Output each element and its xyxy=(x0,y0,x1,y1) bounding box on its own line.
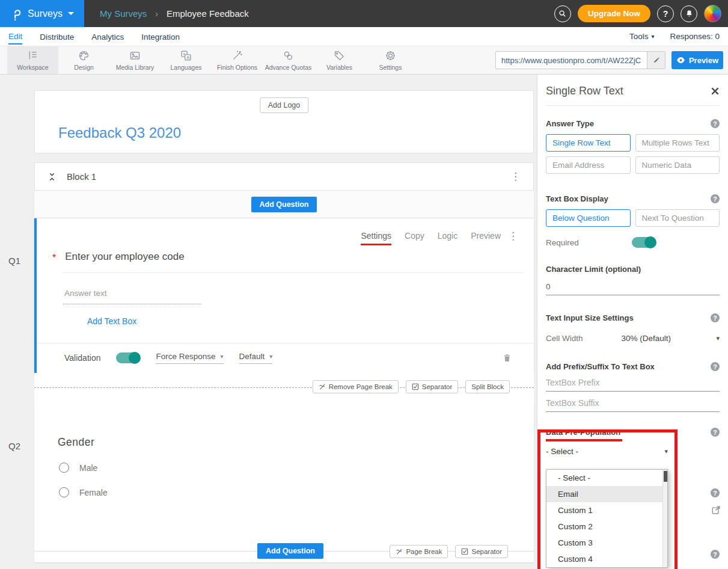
breadcrumb-parent[interactable]: My Surveys xyxy=(100,8,147,19)
text-box-display-section: Text Box Display ? xyxy=(546,194,720,203)
notifications-button[interactable] xyxy=(681,5,697,22)
add-question-button[interactable]: Add Question xyxy=(257,543,323,559)
delete-question-trash-icon[interactable] xyxy=(502,352,512,363)
remove-page-break-button[interactable]: Remove Page Break xyxy=(313,380,399,393)
search-icon xyxy=(558,9,567,18)
pencil-icon xyxy=(652,56,661,64)
add-logo-button[interactable]: Add Logo xyxy=(260,97,309,113)
add-text-box-link[interactable]: Add Text Box xyxy=(87,316,136,326)
tool-workspace[interactable]: Workspace xyxy=(7,46,58,74)
validation-toggle[interactable] xyxy=(116,352,140,363)
collapse-block-icon[interactable] xyxy=(47,172,57,182)
dropdown-option-custom4[interactable]: Custom 4 xyxy=(546,551,667,567)
tool-design[interactable]: Design xyxy=(58,46,109,74)
tab-question-settings[interactable]: Settings xyxy=(361,231,391,245)
add-question-button[interactable]: Add Question xyxy=(251,197,317,212)
cell-width-value[interactable]: 30% (Default) xyxy=(622,334,671,343)
split-block-label: Split Block xyxy=(471,383,504,390)
question-2-card: Gender Male Female Add Question Page Bre… xyxy=(34,402,534,562)
scrollbar-thumb[interactable] xyxy=(664,471,667,482)
tab-edit[interactable]: Edit xyxy=(8,29,22,45)
tab-question-preview[interactable]: Preview xyxy=(471,231,501,241)
tab-integration[interactable]: Integration xyxy=(141,29,180,44)
separator-button[interactable]: Separator xyxy=(406,380,459,393)
help-button[interactable]: ? xyxy=(657,5,674,22)
data-prepopulation-label: Data Pre-Population xyxy=(546,428,620,437)
question-menu-kebab-icon[interactable]: ⋮ xyxy=(508,230,518,242)
preview-button[interactable]: Preview xyxy=(671,51,723,69)
help-icon[interactable]: ? xyxy=(711,119,720,128)
tag-icon xyxy=(333,49,346,62)
force-response-dropdown[interactable]: Force Response ▾ xyxy=(156,352,223,364)
tool-languages[interactable]: xA Languages xyxy=(161,46,212,74)
separator-button[interactable]: Separator xyxy=(455,545,508,558)
tools-menu[interactable]: Tools ▾ xyxy=(629,32,655,41)
tab-question-copy[interactable]: Copy xyxy=(405,231,424,241)
radio-circle-icon[interactable] xyxy=(59,487,69,497)
cell-width-row: Cell Width 30% (Default) ▾ xyxy=(546,334,720,343)
survey-url-input[interactable] xyxy=(496,52,647,69)
upgrade-now-button[interactable]: Upgrade Now xyxy=(578,5,650,22)
help-icon[interactable]: ? xyxy=(711,362,720,371)
tool-finish-options[interactable]: Finish Options xyxy=(212,46,263,74)
page-break-button[interactable]: Page Break xyxy=(390,545,448,558)
edit-url-button[interactable] xyxy=(647,52,665,69)
question-text[interactable]: Enter your employee code xyxy=(65,251,184,263)
answer-type-multiple-rows[interactable]: Multiple Rows Text xyxy=(635,134,720,152)
toolbar-right: Preview xyxy=(495,51,728,69)
external-link-icon[interactable] xyxy=(711,505,721,515)
tab-question-logic[interactable]: Logic xyxy=(438,231,457,241)
panel-title: Single Row Text xyxy=(546,85,623,97)
dropdown-option-custom2[interactable]: Custom 2 xyxy=(546,518,667,535)
dropdown-option-email[interactable]: Email xyxy=(546,486,667,502)
answer-type-numeric[interactable]: Numeric Data xyxy=(635,156,720,174)
responses-count[interactable]: Responses: 0 xyxy=(670,32,720,41)
close-icon[interactable] xyxy=(711,87,720,96)
textbox-prefix-input[interactable] xyxy=(546,378,720,392)
question-text[interactable]: Gender xyxy=(58,436,94,449)
default-label: Default xyxy=(239,352,265,361)
answer-type-email[interactable]: Email Address xyxy=(546,156,631,174)
data-prepopulation-select[interactable]: - Select - ▾ xyxy=(546,447,668,456)
help-icon[interactable]: ? xyxy=(711,550,720,559)
tool-variables[interactable]: Variables xyxy=(314,46,365,74)
tab-distribute[interactable]: Distribute xyxy=(40,29,74,44)
display-next-to-question[interactable]: Next To Question xyxy=(635,209,720,227)
tool-label: Settings xyxy=(379,64,402,71)
add-question-strip: Add Question xyxy=(34,191,534,218)
help-icon[interactable]: ? xyxy=(711,194,720,203)
dropdown-option-select[interactable]: - Select - xyxy=(546,470,667,486)
help-icon[interactable]: ? xyxy=(711,488,720,497)
split-block-button[interactable]: Split Block xyxy=(465,380,510,393)
chevron-down-icon[interactable]: ▾ xyxy=(716,334,720,342)
radio-option-male[interactable]: Male xyxy=(59,463,97,473)
display-below-question[interactable]: Below Question xyxy=(546,209,631,227)
radio-option-female[interactable]: Female xyxy=(59,487,108,497)
dropdown-option-custom1[interactable]: Custom 1 xyxy=(546,502,667,518)
dropdown-scrollbar[interactable] xyxy=(662,470,667,567)
textbox-suffix-input[interactable] xyxy=(546,399,720,412)
required-toggle[interactable] xyxy=(632,237,656,248)
default-dropdown[interactable]: Default ▾ xyxy=(239,352,273,364)
editor-toolbar: Workspace Design Media Library xA Langua… xyxy=(0,46,728,75)
block-name[interactable]: Block 1 xyxy=(67,171,96,182)
product-switcher[interactable]: Surveys xyxy=(0,0,84,27)
search-button[interactable] xyxy=(554,5,571,22)
char-limit-input[interactable] xyxy=(546,282,720,295)
radio-circle-icon[interactable] xyxy=(59,463,69,473)
radio-label: Male xyxy=(79,463,97,473)
tool-advance-quotas[interactable]: Advance Quotas xyxy=(263,46,314,74)
help-icon[interactable]: ? xyxy=(711,428,720,437)
block-header: Block 1 ⋮ xyxy=(34,162,534,191)
tool-settings[interactable]: Settings xyxy=(365,46,416,74)
answer-type-single-row[interactable]: Single Row Text xyxy=(546,134,631,152)
help-icon[interactable]: ? xyxy=(711,313,720,322)
dropdown-option-custom3[interactable]: Custom 3 xyxy=(546,535,667,551)
answer-text-placeholder[interactable]: Answer text xyxy=(64,289,107,298)
tab-analytics[interactable]: Analytics xyxy=(91,29,124,44)
breadcrumb-separator: › xyxy=(155,9,158,19)
user-avatar[interactable] xyxy=(704,5,721,22)
tool-media-library[interactable]: Media Library xyxy=(109,46,161,74)
block-menu-kebab-icon[interactable]: ⋮ xyxy=(510,170,521,183)
survey-title[interactable]: Feedback Q3 2020 xyxy=(58,125,181,141)
